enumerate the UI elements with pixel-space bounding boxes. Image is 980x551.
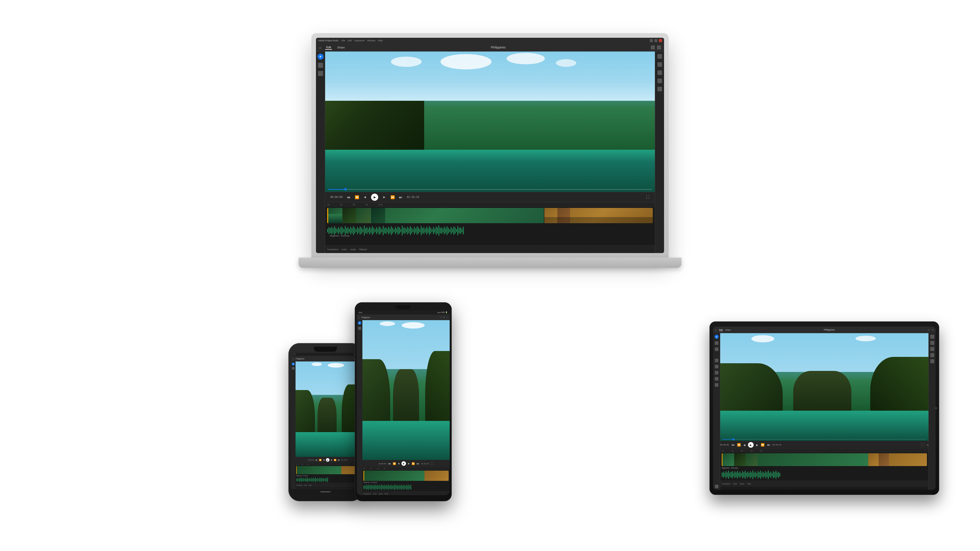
tablet-playhead-bar[interactable] — [722, 439, 926, 440]
menu-window[interactable]: Window — [367, 39, 375, 42]
tablet-rp-color-icon[interactable] — [930, 347, 934, 351]
text-tool[interactable]: Titletool — [359, 248, 367, 251]
redo-icon[interactable] — [657, 45, 661, 49]
android-frame-fwd-btn[interactable]: ▶ — [408, 462, 410, 465]
media-browser-icon[interactable] — [318, 63, 323, 68]
iphone-fwd-btn[interactable]: ⏩ — [334, 459, 336, 461]
tablet-color-tool[interactable]: Color — [733, 483, 737, 485]
crop-icon[interactable] — [657, 54, 662, 59]
playhead-bar[interactable] — [328, 189, 652, 190]
tablet-tab-edit[interactable]: Edit — [719, 329, 723, 331]
tablet-add-btn[interactable]: + — [714, 335, 719, 339]
audio-tool[interactable]: Audio — [350, 248, 356, 251]
home-icon[interactable]: ⌂ — [319, 45, 321, 49]
tablet-list-icon[interactable] — [715, 383, 718, 387]
video-clip-2[interactable] — [544, 208, 653, 223]
grid-icon[interactable] — [657, 79, 662, 83]
undo-icon[interactable] — [651, 45, 655, 49]
tablet-rp-audio-icon[interactable] — [930, 359, 934, 363]
tablet-prev-btn[interactable]: ⏮ — [732, 443, 735, 447]
menu-file[interactable]: File — [342, 39, 345, 42]
menu-edit[interactable]: Edit — [348, 39, 352, 42]
tab-edit[interactable]: Edit — [325, 45, 332, 50]
android-next-btn[interactable]: ⏭ — [417, 462, 419, 465]
android-more-icon[interactable]: ⋮ — [446, 316, 448, 318]
android-rew-btn[interactable]: ⏪ — [393, 462, 396, 465]
step-fwd-btn[interactable]: ⏩ — [390, 195, 395, 199]
maximize-btn[interactable] — [654, 39, 657, 42]
android-frame-back-btn[interactable]: ◀ — [398, 462, 399, 465]
menu-help[interactable]: Help — [378, 39, 383, 42]
menu-sequence[interactable]: Sequence — [354, 39, 365, 42]
android-undo-icon[interactable]: ↩ — [440, 316, 442, 318]
iphone-audio[interactable]: Audio — [309, 484, 312, 486]
android-fwd-btn[interactable]: ⏩ — [412, 462, 415, 465]
tablet-rp-grid-icon[interactable] — [930, 353, 934, 357]
frame-fwd-btn[interactable]: ▶ — [382, 195, 387, 199]
tablet-layers-icon[interactable] — [715, 365, 718, 368]
android-color[interactable]: Color — [373, 493, 376, 495]
templates-icon[interactable] — [318, 71, 323, 76]
tablet-photo-icon[interactable] — [715, 377, 718, 381]
iphone-add-btn[interactable]: + — [292, 362, 295, 365]
tablet-redo-icon[interactable]: ↪ — [932, 329, 934, 331]
android-play-btn[interactable]: ▶ — [401, 461, 406, 466]
tablet-undo-icon[interactable]: ↩ — [928, 329, 930, 331]
tablet-share-icon[interactable] — [715, 359, 718, 362]
tablet-titles-tool[interactable]: Titles — [747, 483, 751, 485]
android-media-icon[interactable] — [358, 327, 361, 330]
android-titles[interactable]: Titles — [385, 493, 388, 495]
android-clip-2[interactable] — [425, 471, 449, 481]
tablet-settings-icon[interactable] — [715, 485, 718, 488]
step-back-btn[interactable]: ⏪ — [355, 195, 359, 199]
play-pause-btn[interactable]: ▶ — [371, 194, 378, 201]
tablet-templates-icon[interactable] — [715, 348, 718, 351]
android-add-btn[interactable]: + — [358, 321, 361, 325]
iphone-prev-btn[interactable]: ⏮ — [315, 459, 318, 461]
android-prev-btn[interactable]: ⏮ — [388, 462, 391, 465]
frame-back-btn[interactable]: ◀ — [363, 195, 367, 199]
audio-icon[interactable] — [657, 87, 662, 91]
tablet-rp-crop-icon[interactable] — [930, 335, 934, 339]
fullscreen-btn[interactable]: ⛶ — [646, 195, 650, 199]
minimize-btn[interactable] — [650, 39, 653, 42]
color-icon[interactable] — [657, 70, 662, 75]
tablet-frame-back[interactable]: ◀ — [743, 444, 746, 446]
tablet-frame-fwd[interactable]: ▶ — [756, 444, 758, 446]
android-transitions[interactable]: Transitions — [363, 493, 371, 495]
tablet-audio-tool[interactable]: Audio — [740, 483, 745, 485]
tablet-rp-transform-icon[interactable] — [930, 341, 934, 345]
android-fullscreen-btn[interactable]: ⛶ — [431, 462, 433, 465]
iphone-next-btn[interactable]: ⏭ — [338, 459, 340, 461]
tablet-tab-share[interactable]: Share — [725, 329, 731, 331]
iphone-home-icon[interactable]: ⌂ — [293, 358, 294, 360]
go-to-start-btn[interactable]: ⏮ — [347, 195, 351, 199]
iphone-rew-btn[interactable]: ⏪ — [319, 459, 321, 461]
tablet-transitions-tool[interactable]: Transitions — [722, 483, 730, 485]
tablet-menu-btn[interactable]: ≡ — [927, 443, 928, 447]
close-btn[interactable] — [659, 39, 662, 42]
tablet-home-icon[interactable]: ⌂ — [715, 329, 717, 331]
tablet-next-btn[interactable]: ⏭ — [767, 443, 770, 447]
android-home-icon[interactable]: ⌂ — [358, 317, 360, 318]
iphone-clip-1[interactable] — [296, 466, 341, 474]
iphone-media-icon[interactable] — [292, 367, 294, 370]
color-tool[interactable]: Color — [342, 248, 347, 251]
go-to-end-btn[interactable]: ⏭ — [399, 195, 403, 199]
iphone-frame-back-btn[interactable]: ◀ — [323, 459, 325, 461]
tablet-media-icon[interactable] — [715, 341, 718, 345]
iphone-play-btn[interactable]: ▶ — [326, 458, 329, 462]
transform-icon[interactable] — [657, 62, 662, 67]
tablet-play-btn[interactable]: ▶ — [748, 442, 754, 448]
android-clip-1[interactable] — [363, 471, 425, 481]
iphone-transitions[interactable]: Transitions — [296, 484, 302, 486]
android-share-icon[interactable]: ⬆ — [443, 316, 445, 318]
iphone-color[interactable]: Color — [304, 484, 307, 486]
add-media-button[interactable]: + — [318, 54, 324, 60]
tablet-clip-1[interactable] — [722, 453, 868, 466]
iphone-frame-fwd-btn[interactable]: ▶ — [331, 459, 332, 461]
tablet-fwd-btn[interactable]: ⏩ — [761, 443, 765, 447]
tablet-fullscreen-btn[interactable]: ⛶ — [921, 443, 924, 447]
tab-share[interactable]: Share — [336, 45, 345, 49]
transitions-tool[interactable]: Transitions — [327, 248, 339, 251]
